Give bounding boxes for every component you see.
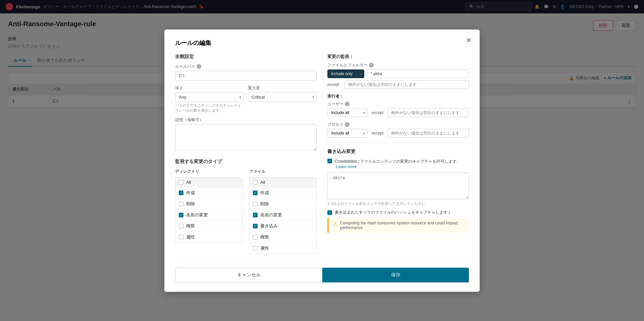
modal-right-col: 変更の監視： ファイルとフォルダー i Include only Include… [327, 54, 469, 254]
dir-checkbox-create[interactable]: ✓ [179, 191, 183, 195]
dir-row-delete: 削除 [175, 199, 242, 210]
depth-select-wrap: Any 1 2 3 [175, 92, 244, 102]
dir-checkbox-attributes[interactable] [179, 235, 183, 239]
dir-row-rename: ✓ 名前の変更 [175, 210, 242, 221]
hash-info-icon[interactable]: i [449, 210, 450, 215]
change-type-grid: ディレクトリ All ✓ 作成 [175, 169, 317, 254]
file-checkbox-create[interactable]: ✓ [253, 191, 258, 195]
change-type-heading: 監視する変更のタイプ [175, 159, 317, 165]
modal-close-button[interactable]: ✕ [466, 36, 472, 44]
file-label-all: All [260, 180, 265, 185]
cancel-button[interactable]: キャンセル [175, 268, 322, 282]
modal: ルールの編集 ✕ 全般設定 ルールパス i 深さ [164, 30, 480, 292]
monitoring-header: 変更の監視： [327, 54, 469, 60]
rule-path-input[interactable] [175, 71, 317, 81]
rule-path-group: ルールパス i [175, 64, 317, 81]
save-button[interactable]: 保存 [322, 268, 469, 282]
severity-select-wrap: Low Medium High Critical [248, 92, 317, 102]
file-names-textarea[interactable]: .akira [327, 172, 469, 199]
directory-table: All ✓ 作成 削除 [175, 177, 243, 243]
directory-label: ディレクトリ [175, 169, 243, 174]
file-checkbox-rename[interactable]: ✓ [253, 213, 258, 217]
user-mode-select[interactable]: Include all Include only Exclude [327, 108, 368, 117]
user-mode-select-wrap: Include all Include only Exclude [327, 108, 368, 117]
files-folders-info-icon[interactable]: i [369, 63, 374, 67]
learn-more-link[interactable]: Learn more [336, 164, 357, 169]
dir-checkbox-rename[interactable]: ✓ [179, 213, 183, 217]
dir-row-create: ✓ 作成 [175, 188, 242, 199]
description-textarea[interactable] [175, 124, 317, 151]
rule-path-info-icon[interactable]: i [197, 64, 201, 69]
general-settings-heading: 全般設定 [175, 54, 317, 60]
user-label: ユーザー i [327, 101, 469, 107]
file-row-all: All [250, 177, 316, 188]
modal-title: ルールの編集 [175, 39, 469, 47]
except-label: except [327, 82, 342, 87]
file-row-delete: 削除 [250, 199, 316, 210]
dir-checkbox-permissions[interactable] [179, 224, 183, 228]
process-except-static-label: except [372, 131, 383, 136]
dir-label-permissions: 権限 [186, 223, 195, 229]
directory-col: ディレクトリ All ✓ 作成 [175, 169, 243, 254]
files-folders-filter-row: Include only Include all Exclude [327, 69, 469, 78]
process-info-icon[interactable]: i [345, 122, 350, 127]
file-label-rename: 名前の変更 [260, 212, 282, 218]
process-except-input[interactable] [387, 129, 469, 138]
monitoring-section: 変更の監視： ファイルとフォルダー i Include only Include… [327, 54, 469, 138]
capture-checkbox-row: ✓ Crowdstrikeにファイルコンテンツの変更のキャプチャを許可します。 … [327, 159, 469, 169]
severity-select[interactable]: Low Medium High Critical [248, 92, 317, 102]
files-folders-group: ファイルとフォルダー i Include only Include all Ex… [327, 62, 469, 89]
file-label-create: 作成 [260, 190, 269, 196]
file-label: ファイル [249, 169, 317, 174]
depth-severity-row: 深さ Any 1 2 3 パスの下でモニタリングするディレクトリレベルの数を選択… [175, 85, 317, 113]
dir-label-delete: 削除 [186, 201, 195, 207]
process-label: プロセス i [327, 122, 469, 127]
file-checkbox-permissions[interactable] [253, 235, 258, 239]
include-only-select-wrap: Include only Include all Exclude [327, 69, 364, 78]
dir-label-all: All [186, 180, 191, 185]
file-table: All ✓ 作成 削除 [249, 177, 317, 254]
file-checkbox-all[interactable] [253, 180, 258, 184]
capture-checkbox[interactable]: ✓ [327, 159, 332, 163]
hash-label: 書き込まれたすべてのファイルのハッシュをキャプチャします i [335, 210, 450, 215]
actor-section: 実行者： ユーザー i Include all Include o [327, 94, 469, 138]
user-group: ユーザー i Include all Include only Exclude [327, 101, 469, 117]
process-group: プロセス i Include all Include only Exclude [327, 122, 469, 138]
dir-checkbox-all[interactable] [179, 180, 183, 184]
user-info-icon[interactable]: i [345, 102, 350, 106]
file-checkbox-write[interactable]: ✓ [253, 224, 258, 228]
files-folders-value-input[interactable] [367, 69, 469, 78]
except-row: except [327, 80, 469, 89]
file-checkbox-attributes[interactable] [253, 246, 258, 251]
user-except-input[interactable] [387, 108, 469, 117]
dir-checkbox-delete[interactable] [179, 202, 183, 206]
warning-icon: ⚠ [333, 221, 337, 227]
file-row-attributes: 属性 [250, 243, 316, 254]
file-label-delete: 削除 [260, 201, 269, 207]
description-group: 説明（省略可） [175, 117, 317, 152]
severity-group: 重大度 Low Medium High Critical [248, 85, 317, 113]
process-mode-select[interactable]: Include all Include only Exclude [327, 129, 368, 138]
modal-overlay: ルールの編集 ✕ 全般設定 ルールパス i 深さ [0, 0, 644, 321]
depth-select[interactable]: Any 1 2 3 [175, 92, 244, 102]
depth-group: 深さ Any 1 2 3 パスの下でモニタリングするディレクトリレベルの数を選択… [175, 85, 244, 113]
depth-label: 深さ [175, 85, 244, 91]
file-row-create: ✓ 作成 [250, 188, 316, 199]
description-optional-label: 説明（省略可） [175, 117, 317, 123]
capture-label-wrap: Crowdstrikeにファイルコンテンツの変更のキャプチャを許可します。 Le… [335, 159, 469, 169]
file-label-write: 書き込み [260, 223, 278, 229]
except-input[interactable] [344, 80, 469, 89]
user-filter-row: Include all Include only Exclude except [327, 108, 469, 117]
divider [327, 143, 469, 143]
hash-checkbox[interactable]: ✓ [327, 210, 332, 215]
file-checkbox-delete[interactable] [253, 202, 258, 206]
modal-left-col: 全般設定 ルールパス i 深さ Any 1 [175, 54, 317, 254]
dir-row-attributes: 属性 [175, 232, 242, 243]
user-except-static-label: except [372, 110, 383, 115]
write-heading: 書き込み変更 [327, 149, 469, 155]
include-only-select[interactable]: Include only Include all Exclude [327, 69, 364, 78]
file-label-permissions: 権限 [260, 234, 269, 240]
warning-box: ⚠ Computing the hash consumes system res… [327, 218, 469, 233]
file-row-write: ✓ 書き込み [250, 221, 316, 232]
warning-text: Computing the hash consumes system resou… [340, 221, 465, 230]
